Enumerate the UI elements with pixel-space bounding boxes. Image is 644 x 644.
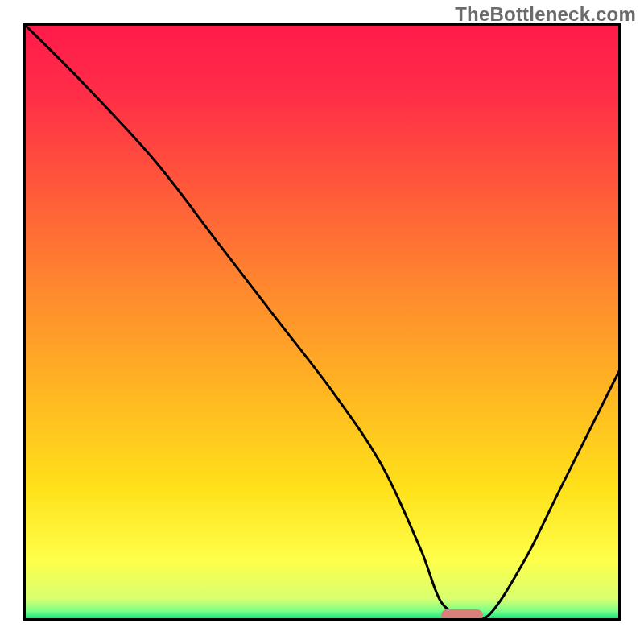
bottleneck-chart bbox=[0, 0, 644, 644]
source-watermark: TheBottleneck.com bbox=[455, 3, 636, 26]
chart-container: TheBottleneck.com bbox=[0, 0, 644, 644]
